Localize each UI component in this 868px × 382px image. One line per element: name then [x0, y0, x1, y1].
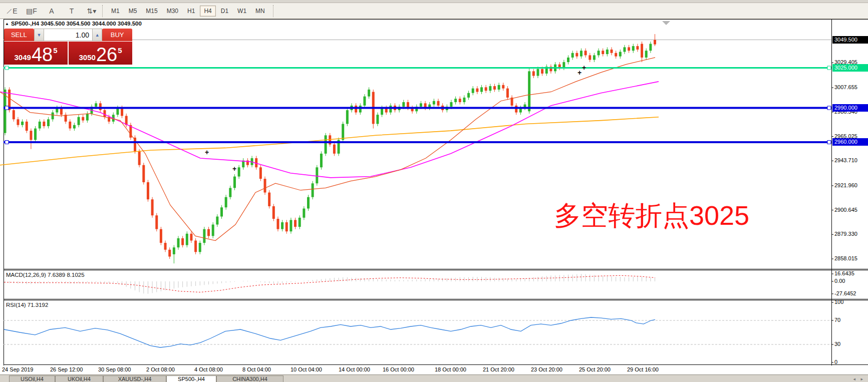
sell-quote[interactable]: 3049 48 5	[4, 42, 68, 65]
sell-price-sup: 5	[53, 47, 57, 54]
time-tick-label: 24 Sep 2019	[2, 366, 33, 372]
objects-list-icon[interactable]: ▤F	[25, 6, 38, 17]
time-tick-label: 26 Sep 12:00	[50, 366, 83, 372]
expert-advisors-icon[interactable]: 𝈺E	[5, 6, 18, 17]
svg-text:+: +	[232, 165, 236, 173]
volume-input[interactable]	[44, 29, 92, 41]
macd-indicator-label: MACD(12,26,9) 7.6389 8.1025	[6, 272, 85, 278]
axis-tick-label: 16.6435	[834, 270, 854, 276]
axis-tick-label: 2879.330	[834, 231, 857, 237]
symbol-tab-sp500-[interactable]: SP500-,H4	[166, 375, 216, 382]
sell-price-small: 3049	[15, 54, 31, 61]
time-tick-label: 4 Oct 08:00	[194, 366, 223, 372]
volume-increment-button[interactable]: ▲	[92, 29, 102, 41]
svg-text:+: +	[205, 148, 209, 156]
price-badge: 2990.000	[832, 104, 868, 112]
axis-tick-label: -27.6452	[834, 290, 856, 296]
text-box-icon[interactable]: T	[65, 6, 78, 17]
chart-toolbar: 𝈺E▤FAT⇅▾ M1M5M15M30H1H4D1W1MN	[0, 3, 868, 19]
one-click-trading-panel: SELL ▼ ▲ BUY 3049 48 5 3050 26 5	[4, 29, 132, 65]
time-tick-label: 18 Oct 00:00	[435, 366, 466, 372]
timeframe-button-d1[interactable]: D1	[217, 6, 232, 17]
timeframe-bar: M1M5M15M30H1H4D1W1MN	[107, 6, 269, 17]
sell-price-big: 48	[32, 46, 53, 63]
buy-price-big: 26	[96, 46, 117, 63]
buy-quote[interactable]: 3050 26 5	[69, 42, 132, 65]
toolbar-separator-2	[273, 5, 274, 17]
buy-price-sup: 5	[118, 47, 122, 54]
text-label-icon[interactable]: A	[45, 6, 58, 17]
axis-tick-label: 2921.960	[834, 182, 857, 188]
price-badge: 3025.000	[832, 64, 868, 72]
axis-tick-label: 30	[834, 341, 840, 347]
collapse-panel-icon[interactable]: ▲	[5, 22, 9, 26]
time-tick-label: 25 Oct 20:00	[579, 366, 611, 372]
chart-title-text: SP500-,H4 3045.500 3054.500 3044.000 304…	[11, 21, 142, 27]
axis-tick-label: 70	[834, 317, 840, 323]
timeframe-button-w1[interactable]: W1	[233, 6, 250, 17]
time-tick-label: 8 Oct 04:00	[242, 366, 271, 372]
chart-window: ++++ ▲SP500-,H4 3045.500 3054.500 3044.0…	[0, 19, 868, 382]
axis-tick-label: 100	[834, 299, 843, 305]
mt4-terminal: 𝈺E▤FAT⇅▾ M1M5M15M30H1H4D1W1MN ++++ ▲SP50…	[0, 0, 868, 382]
timeframe-button-m1[interactable]: M1	[107, 6, 124, 17]
sell-button[interactable]: SELL	[4, 29, 34, 41]
timeframe-button-m5[interactable]: M5	[125, 6, 141, 17]
price-badge: 2960.000	[832, 138, 868, 146]
chart-annotation-text: 多空转折点3025	[554, 201, 749, 230]
symbol-tab-usoil[interactable]: USOil,H4	[9, 375, 55, 382]
tab-scroll-arrows[interactable]: ◂ ▸	[853, 376, 865, 381]
symbol-tab-ukoil[interactable]: UKOil,H4	[55, 375, 103, 382]
arrows-objects-icon[interactable]: ⇅▾	[85, 6, 98, 17]
time-tick-label: 2 Oct 08:00	[146, 366, 175, 372]
volume-decrement-button[interactable]: ▼	[34, 29, 44, 41]
timeframe-button-h4[interactable]: H4	[200, 6, 215, 17]
rsi-indicator-label: RSI(14) 71.3192	[6, 302, 48, 308]
time-tick-label: 23 Oct 20:00	[531, 366, 562, 372]
symbol-tab-xauusd-[interactable]: XAUUSD-,H4	[103, 375, 166, 382]
timeframe-button-h1[interactable]: H1	[183, 6, 199, 17]
time-tick-label: 30 Sep 08:00	[98, 366, 131, 372]
axis-tick-label: 2858.015	[834, 255, 857, 261]
time-tick-label: 16 Oct 00:00	[383, 366, 414, 372]
toolbar-separator	[102, 5, 103, 17]
time-tick-label: 14 Oct 00:00	[339, 366, 370, 372]
price-badge: 3049.500	[832, 36, 868, 44]
timeframe-button-mn[interactable]: MN	[251, 6, 269, 17]
axis-tick-label: 2943.710	[834, 157, 857, 163]
time-tick-label: 21 Oct 20:00	[483, 366, 514, 372]
buy-button[interactable]: BUY	[102, 29, 132, 41]
timeframe-button-m15[interactable]: M15	[142, 6, 161, 17]
time-tick-label: 29 Oct 16:00	[627, 366, 659, 372]
svg-text:+: +	[582, 64, 586, 72]
svg-text:+: +	[577, 69, 582, 77]
axis-tick-label: 2900.645	[834, 207, 857, 213]
chart-title: ▲SP500-,H4 3045.500 3054.500 3044.000 30…	[5, 21, 142, 27]
axis-tick-label: 3007.655	[834, 84, 857, 90]
axis-tick-label: 0.00	[834, 278, 845, 284]
axis-tick-label: 0	[834, 359, 837, 365]
symbol-tab-bar: ◂ ▸ USOil,H4UKOil,H4XAUUSD-,H4SP500-,H4C…	[0, 374, 868, 382]
symbol-tab-china300[interactable]: CHINA300,H4	[216, 375, 283, 382]
buy-price-small: 3050	[79, 54, 96, 61]
timeframe-button-m30[interactable]: M30	[163, 6, 182, 17]
toolbar-icon-group: 𝈺E▤FAT⇅▾	[0, 6, 98, 17]
time-tick-label: 10 Oct 04:00	[291, 366, 322, 372]
